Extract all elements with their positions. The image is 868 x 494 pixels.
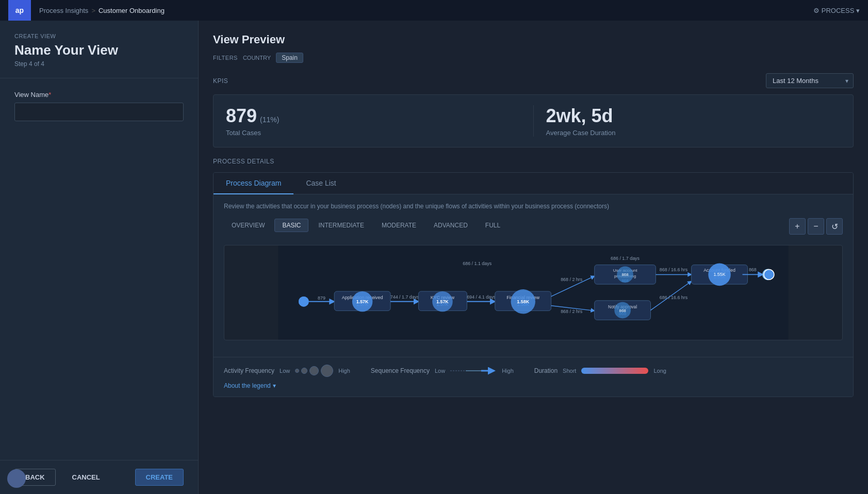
breadcrumb: Process Insights > Customer Onboarding [39,7,165,14]
zoom-in-button[interactable]: + [789,218,806,235]
tab-advanced[interactable]: ADVANCED [426,219,476,232]
filter-country-key: COUNTRY [243,55,271,61]
filters-label: FILTERS [213,55,238,61]
tab-case-list[interactable]: Case List [293,173,348,194]
tab-moderate[interactable]: MODERATE [374,219,424,232]
page-title: Name Your View [14,42,184,58]
left-panel-content: CREATE VIEW Name Your View Step 4 of 4 V… [0,21,198,460]
svg-text:686 / 16.6 hrs: 686 / 16.6 hrs [660,295,688,300]
dot-md [309,366,319,375]
legend-section: Activity Frequency Low High [214,357,853,397]
kpi-divider [533,105,534,137]
duration-label: Duration [534,367,558,374]
tab-basic[interactable]: BASIC [274,219,308,232]
dot-lg [321,365,333,377]
legend-row: Activity Frequency Low High [224,365,843,377]
tab-full[interactable]: FULL [478,219,508,232]
kpi-total-cases: 879 (11%) Total Cases [226,105,521,137]
kpi-avg-duration: 2wk, 5d Average Case Duration [546,105,841,137]
tab-overview[interactable]: OVERVIEW [224,219,272,232]
seq-freq-low: Low [435,368,445,374]
zoom-reset-button[interactable]: ↺ [826,218,843,235]
cancel-button[interactable]: CANCEL [62,469,110,485]
kpi-duration-value: 2wk, 5d [546,105,841,127]
left-panel-footer: BACK CANCEL CREATE [0,460,198,494]
step-label: Step 4 of 4 [14,60,184,68]
top-nav: ap Process Insights > Customer Onboardin… [0,0,868,21]
breadcrumb-separator: > [91,7,95,14]
breadcrumb-current: Customer Onboarding [99,7,165,14]
svg-text:868 / 16.6 hrs: 868 / 16.6 hrs [660,267,688,272]
complexity-tabs: OVERVIEW BASIC INTERMEDIATE MODERATE ADV… [224,219,508,232]
kpis-header: KPIS Last 12 Months Last 6 Months Last 3… [213,73,854,88]
legend-duration: Duration Short Long [534,367,666,374]
required-indicator: * [48,91,51,98]
create-view-label: CREATE VIEW [14,33,184,39]
svg-text:868 / 2 hrs: 868 / 2 hrs [561,277,583,282]
svg-text:868: 868 [621,272,629,277]
svg-point-48 [764,269,774,279]
about-legend-wrapper: About the legend ▾ [224,382,843,389]
nav-left: ap Process Insights > Customer Onboardin… [8,0,165,21]
divider [0,78,198,78]
activity-freq-dots [295,365,333,377]
svg-text:868: 868 [619,308,627,313]
preview-title: View Preview [213,33,854,46]
about-legend-link[interactable]: About the legend ▾ [224,382,843,389]
svg-text:744 / 1.7 days: 744 / 1.7 days [390,294,419,300]
process-menu-button[interactable]: ⚙ PROCESS ▾ [813,7,860,14]
kpi-pct: (11%) [260,116,279,124]
svg-text:1.55K: 1.55K [713,272,725,277]
tab-intermediate[interactable]: INTERMEDIATE [310,219,371,232]
dot-sm [301,368,307,374]
seq-freq-high: High [502,368,514,374]
tabs-header: Process Diagram Case List [214,173,853,194]
svg-point-51 [299,297,309,307]
kpi-total-value: 879 (11%) [226,105,521,127]
filter-country-value[interactable]: Spain [276,53,303,63]
svg-text:1.57K: 1.57K [436,299,449,304]
filters-row: FILTERS COUNTRY Spain [213,53,854,63]
main-layout: CREATE VIEW Name Your View Step 4 of 4 V… [0,21,868,494]
svg-text:868: 868 [749,267,757,272]
dot-xs [295,369,299,373]
view-name-input[interactable] [14,103,184,121]
right-panel: View Preview FILTERS COUNTRY Spain KPIS … [199,21,868,494]
process-details-label: PROCESS DETAILS [213,158,854,165]
date-range-dropdown[interactable]: Last 12 Months Last 6 Months Last 3 Mont… [766,73,854,88]
activity-freq-high: High [338,368,350,374]
svg-text:694 / 4.1 days: 694 / 4.1 days [467,294,496,300]
kpi-total-label: Total Cases [226,129,521,137]
avatar [7,469,26,488]
legend-activity-freq: Activity Frequency Low High [224,365,350,377]
legend-seq-freq: Sequence Frequency Low [371,366,514,376]
svg-text:686 / 1.1 days: 686 / 1.1 days [463,261,492,266]
svg-text:1.57K: 1.57K [356,299,369,304]
zoom-out-button[interactable]: − [808,218,824,235]
diagram-canvas: 686 / 1.1 days 686 / 1.7 days 879 Applic… [224,245,843,340]
tab-content: Review the activities that occur in your… [214,194,853,357]
diagram-toolbar: + − ↺ [789,218,843,235]
app-logo: ap [8,0,31,21]
chevron-down-icon: ▾ [273,382,276,389]
seq-freq-label: Sequence Frequency [371,367,430,374]
kpis-label: KPIS [213,77,228,85]
svg-text:879: 879 [318,295,325,301]
nav-right: ⚙ PROCESS ▾ [813,7,860,14]
svg-text:868 / 2 hrs: 868 / 2 hrs [561,309,583,314]
left-panel: CREATE VIEW Name Your View Step 4 of 4 V… [0,21,199,494]
seq-freq-arrows [450,366,497,376]
field-label: View Name* [14,91,184,98]
breadcrumb-parent[interactable]: Process Insights [39,7,88,14]
process-details-container: Process Diagram Case List Review the act… [213,172,854,397]
kpis-card: 879 (11%) Total Cases 2wk, 5d Average Ca… [213,94,854,147]
activity-freq-label: Activity Frequency [224,367,274,374]
svg-text:1.58K: 1.58K [517,299,529,304]
duration-gradient [581,368,648,374]
process-diagram-svg: 686 / 1.1 days 686 / 1.7 days 879 Applic… [224,245,842,340]
tab-process-diagram[interactable]: Process Diagram [214,173,293,194]
tab-description: Review the activities that occur in your… [224,203,843,210]
create-button[interactable]: CREATE [135,469,184,486]
date-range-wrapper[interactable]: Last 12 Months Last 6 Months Last 3 Mont… [766,73,854,88]
kpi-duration-label: Average Case Duration [546,129,841,137]
